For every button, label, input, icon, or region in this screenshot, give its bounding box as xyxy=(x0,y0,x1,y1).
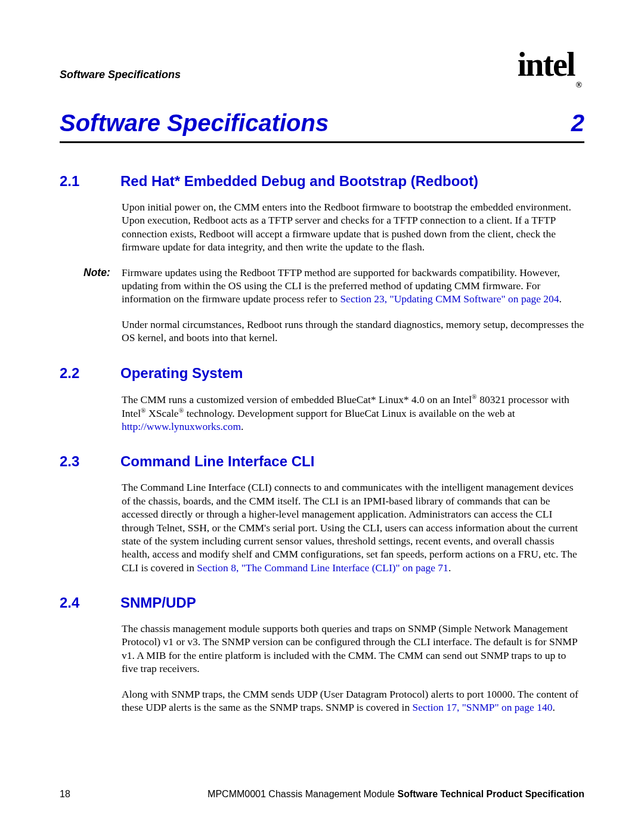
xref-updating-cmm[interactable]: Section 23, "Updating CMM Software" on p… xyxy=(340,293,559,305)
text-segment: . xyxy=(553,701,555,713)
chapter-title: Software Specifications xyxy=(60,110,329,137)
body-paragraph: Under normal circumstances, Redboot runs… xyxy=(122,318,584,345)
section-heading: 2.3 Command Line Interface CLI xyxy=(60,453,584,470)
registered-mark-icon: ® xyxy=(576,80,581,89)
section-heading: 2.2 Operating System xyxy=(60,365,584,382)
document-title: MPCMM0001 Chassis Management Module Soft… xyxy=(109,789,584,800)
xref-cli-section[interactable]: Section 8, "The Command Line Interface (… xyxy=(197,562,448,574)
text-segment: technology. Development support for Blue… xyxy=(184,407,515,419)
section-2-3: 2.3 Command Line Interface CLI The Comma… xyxy=(60,453,584,574)
external-link-lynuxworks[interactable]: http://www.lynuxworks.com xyxy=(122,420,241,432)
page-header: Software Specifications intel® xyxy=(60,48,584,81)
text-segment: . xyxy=(241,420,243,432)
registered-mark-icon: ® xyxy=(179,407,184,414)
intel-logo: intel® xyxy=(518,48,584,81)
body-paragraph: The chassis management module supports b… xyxy=(122,622,584,676)
note-block: Note: Firmware updates using the Redboot… xyxy=(83,266,584,306)
body-paragraph: The CMM runs a customized version of emb… xyxy=(122,392,584,433)
note-label: Note: xyxy=(83,266,122,306)
text-segment: XScale xyxy=(146,407,179,419)
doc-bold: Software Technical Product Specification xyxy=(397,789,584,799)
body-paragraph: The Command Line Interface (CLI) connect… xyxy=(122,481,584,574)
text-segment: . xyxy=(448,562,451,574)
section-title: Operating System xyxy=(120,365,243,382)
chapter-number: 2 xyxy=(571,110,584,137)
body-paragraph: Upon initial power on, the CMM enters in… xyxy=(122,200,584,254)
page-number: 18 xyxy=(60,789,70,800)
section-heading: 2.4 SNMP/UDP xyxy=(60,594,584,611)
document-page: Software Specifications intel® Software … xyxy=(0,0,644,833)
section-title: Red Hat* Embedded Debug and Bootstrap (R… xyxy=(120,173,478,190)
section-heading: 2.1 Red Hat* Embedded Debug and Bootstra… xyxy=(60,173,584,190)
registered-mark-icon: ® xyxy=(472,393,477,400)
registered-mark-icon: ® xyxy=(141,407,146,414)
xref-snmp-section[interactable]: Section 17, "SNMP" on page 140 xyxy=(413,701,553,713)
section-title: SNMP/UDP xyxy=(120,594,196,611)
section-number: 2.1 xyxy=(60,173,94,190)
chapter-heading: Software Specifications 2 xyxy=(60,110,584,143)
logo-text: intel xyxy=(518,46,575,83)
doc-prefix: MPCMM0001 Chassis Management Module xyxy=(208,789,397,799)
section-number: 2.3 xyxy=(60,453,94,470)
note-body: Firmware updates using the Redboot TFTP … xyxy=(122,266,584,306)
section-2-2: 2.2 Operating System The CMM runs a cust… xyxy=(60,365,584,433)
text-segment: The Command Line Interface (CLI) connect… xyxy=(122,481,578,573)
text-segment: The CMM runs a customized version of emb… xyxy=(122,393,472,405)
section-2-1: 2.1 Red Hat* Embedded Debug and Bootstra… xyxy=(60,173,584,345)
section-title: Command Line Interface CLI xyxy=(120,453,314,470)
section-number: 2.2 xyxy=(60,365,94,382)
note-text-b: . xyxy=(559,293,562,305)
running-head: Software Specifications xyxy=(60,69,181,81)
section-2-4: 2.4 SNMP/UDP The chassis management modu… xyxy=(60,594,584,714)
page-footer: 18 MPCMM0001 Chassis Management Module S… xyxy=(60,789,584,800)
body-paragraph: Along with SNMP traps, the CMM sends UDP… xyxy=(122,688,584,714)
section-number: 2.4 xyxy=(60,594,94,611)
